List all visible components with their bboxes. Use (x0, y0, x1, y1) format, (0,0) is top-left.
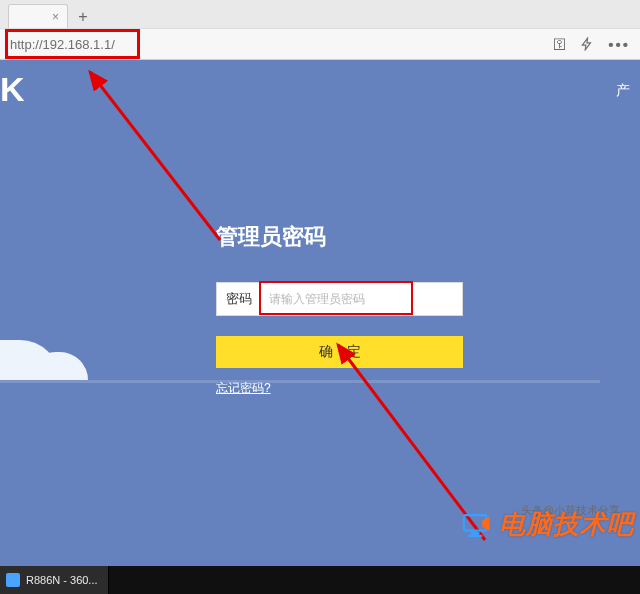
taskbar-item[interactable]: R886N - 360... (0, 566, 109, 594)
address-bar-icons: ⚿ ••• (553, 36, 630, 53)
cloud-decoration (0, 340, 60, 380)
password-input[interactable] (261, 283, 462, 315)
address-bar: http://192.168.1.1/ ⚿ ••• (0, 28, 640, 60)
close-icon[interactable]: × (52, 10, 59, 24)
taskbar: R886N - 360... (0, 566, 640, 594)
password-label: 密码 (217, 283, 261, 315)
url-text: http://192.168.1.1/ (8, 37, 115, 52)
svg-rect-3 (471, 532, 480, 535)
password-row: 密码 (216, 282, 463, 316)
brand-logo-fragment: K (0, 70, 26, 109)
key-icon[interactable]: ⚿ (553, 36, 566, 52)
page-content: K 产 管理员密码 密码 确定 忘记密码? 头条@小莫技术分享 电脑技术吧 (0, 60, 640, 566)
svg-line-0 (90, 72, 220, 240)
bolt-icon[interactable] (580, 37, 594, 51)
browser-tab[interactable]: × (8, 4, 68, 28)
menu-icon[interactable]: ••• (608, 36, 630, 53)
taskbar-app-icon (6, 573, 20, 587)
submit-button[interactable]: 确定 (216, 336, 463, 368)
taskbar-item-label: R886N - 360... (26, 574, 98, 586)
url-box[interactable]: http://192.168.1.1/ (8, 33, 553, 55)
new-tab-button[interactable]: + (72, 6, 94, 28)
login-form: 管理员密码 密码 确定 忘记密码? (216, 222, 463, 397)
watermark-tagline: 头条@小莫技术分享 (521, 503, 620, 518)
forgot-password-link[interactable]: 忘记密码? (216, 380, 271, 397)
watermark-icon (461, 510, 495, 540)
annotation-arrow-url (70, 60, 240, 250)
svg-rect-4 (468, 534, 482, 536)
tab-bar: × + (0, 0, 640, 28)
login-title: 管理员密码 (216, 222, 463, 252)
svg-rect-2 (464, 515, 487, 531)
nav-link-fragment[interactable]: 产 (616, 82, 630, 100)
